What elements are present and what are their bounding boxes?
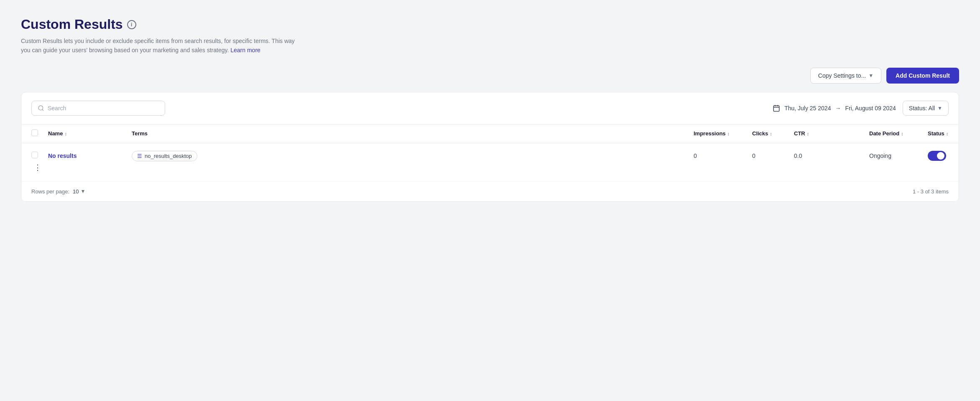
page-title-text: Custom Results bbox=[21, 17, 123, 32]
table-row: No results ☰ no_results_desktop 0 0 0.0 … bbox=[21, 143, 959, 182]
learn-more-link[interactable]: Learn more bbox=[230, 47, 260, 53]
table-footer: Rows per page: 10 ▼ 1 - 3 of 3 items bbox=[21, 182, 959, 201]
sort-icon: ↕ bbox=[946, 131, 949, 136]
col-header-impressions[interactable]: Impressions ↕ bbox=[694, 130, 752, 137]
rows-per-page: Rows per page: 10 ▼ bbox=[31, 188, 85, 195]
term-value: no_results_desktop bbox=[145, 153, 192, 159]
copy-settings-label: Copy Settings to... bbox=[818, 72, 866, 79]
sort-icon: ↕ bbox=[807, 131, 809, 136]
row-more-menu[interactable]: ⋮ bbox=[31, 161, 44, 174]
sort-icon: ↕ bbox=[770, 131, 772, 136]
toolbar: Copy Settings to... ▼ Add Custom Result bbox=[21, 68, 959, 84]
sort-icon: ↕ bbox=[901, 131, 903, 136]
arrow-right-icon: → bbox=[835, 105, 841, 112]
rows-per-page-label: Rows per page: bbox=[31, 188, 69, 195]
row-checkbox[interactable] bbox=[31, 152, 38, 158]
col-header-clicks[interactable]: Clicks ↕ bbox=[752, 130, 794, 137]
col-header-name[interactable]: Name ↕ bbox=[48, 130, 132, 137]
page-title: Custom Results i bbox=[21, 17, 959, 32]
row-ctr-cell: 0.0 bbox=[794, 152, 869, 159]
status-filter[interactable]: Status: All ▼ bbox=[903, 101, 949, 116]
date-from: Thu, July 25 2024 bbox=[784, 105, 831, 112]
select-all-checkbox[interactable] bbox=[31, 129, 38, 136]
add-custom-result-button[interactable]: Add Custom Result bbox=[886, 68, 959, 84]
chevron-down-icon: ▼ bbox=[868, 73, 873, 79]
rows-per-page-value: 10 bbox=[73, 188, 79, 195]
chevron-down-icon: ▼ bbox=[937, 105, 942, 111]
search-input[interactable] bbox=[48, 105, 159, 112]
row-impressions-cell: 0 bbox=[694, 152, 752, 159]
calendar-icon bbox=[773, 104, 780, 112]
svg-line-1 bbox=[42, 109, 43, 111]
search-icon bbox=[38, 105, 44, 112]
search-box bbox=[31, 101, 165, 116]
term-badge[interactable]: ☰ no_results_desktop bbox=[132, 151, 197, 161]
pagination-info: 1 - 3 of 3 items bbox=[913, 188, 949, 195]
row-name-cell: No results bbox=[48, 152, 132, 160]
chevron-down-icon: ▼ bbox=[81, 188, 86, 194]
status-filter-label: Status: All bbox=[909, 105, 935, 112]
svg-point-0 bbox=[38, 106, 43, 110]
col-header-date-period[interactable]: Date Period ↕ bbox=[869, 130, 928, 137]
header-checkbox-cell bbox=[31, 129, 48, 138]
row-clicks-cell: 0 bbox=[752, 152, 794, 159]
date-to: Fri, August 09 2024 bbox=[845, 105, 896, 112]
table-header: Name ↕ Terms Impressions ↕ Clicks ↕ CTR … bbox=[21, 124, 959, 143]
copy-settings-button[interactable]: Copy Settings to... ▼ bbox=[810, 68, 881, 84]
col-header-status[interactable]: Status ↕ bbox=[928, 130, 949, 137]
status-toggle[interactable] bbox=[928, 151, 946, 161]
main-card: Thu, July 25 2024 → Fri, August 09 2024 … bbox=[21, 92, 959, 202]
col-header-ctr[interactable]: CTR ↕ bbox=[794, 130, 869, 137]
page-header: Custom Results i Custom Results lets you… bbox=[21, 17, 959, 55]
row-date-period-cell: Ongoing bbox=[869, 152, 928, 159]
row-name-link[interactable]: No results bbox=[48, 152, 77, 159]
rows-per-page-select[interactable]: 10 ▼ bbox=[73, 188, 85, 195]
row-status-cell bbox=[928, 151, 949, 161]
page-description: Custom Results lets you include or exclu… bbox=[21, 36, 305, 55]
filter-right: Thu, July 25 2024 → Fri, August 09 2024 … bbox=[773, 101, 949, 116]
sort-icon: ↕ bbox=[64, 131, 67, 136]
col-header-terms[interactable]: Terms bbox=[132, 130, 694, 137]
term-icon: ☰ bbox=[137, 153, 142, 159]
info-icon[interactable]: i bbox=[127, 20, 136, 29]
svg-rect-2 bbox=[773, 106, 779, 112]
sort-icon: ↕ bbox=[727, 131, 730, 136]
row-checkbox-cell bbox=[31, 152, 48, 160]
date-range[interactable]: Thu, July 25 2024 → Fri, August 09 2024 bbox=[773, 104, 896, 112]
filter-bar: Thu, July 25 2024 → Fri, August 09 2024 … bbox=[21, 92, 959, 124]
row-terms-cell: ☰ no_results_desktop bbox=[132, 151, 694, 161]
